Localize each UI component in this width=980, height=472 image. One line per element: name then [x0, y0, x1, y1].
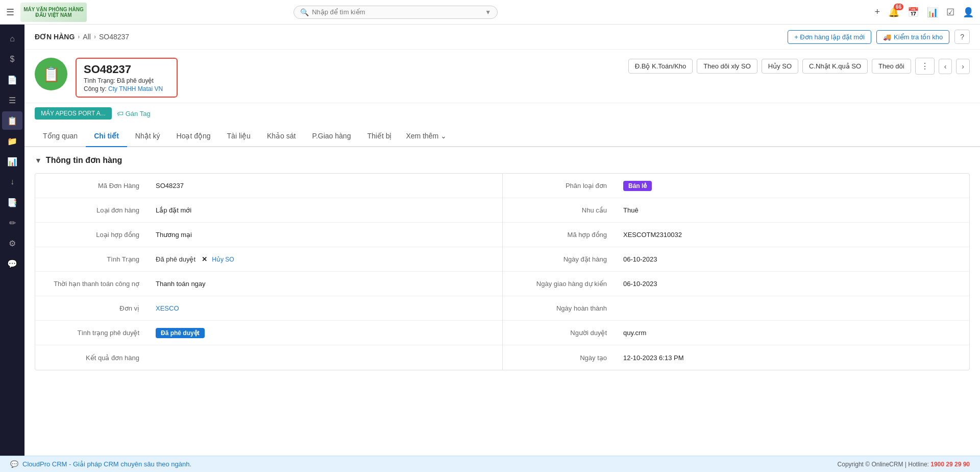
tab-tong-quan[interactable]: Tổng quan: [35, 126, 86, 147]
x-icon: ✕: [202, 255, 207, 263]
chat-icon: 💬: [10, 460, 18, 468]
user-icon[interactable]: 👤: [963, 7, 974, 18]
sidebar-item-download[interactable]: ↓: [2, 173, 22, 191]
tab-nhat-ky[interactable]: Nhật ký: [127, 126, 168, 147]
tab-hoat-dong[interactable]: Hoạt động: [168, 126, 219, 147]
search-input[interactable]: [312, 8, 482, 16]
add-tag-link[interactable]: 🏷 Gán Tag: [117, 110, 151, 117]
approval-status-badge: Đã phê duyệt: [156, 328, 205, 338]
form-col-left: Mã Đơn Hàng SO48237 Loại đơn hàng Lắp đặ…: [35, 174, 502, 370]
form-row-ngay-hoan-thanh: Ngày hoàn thành: [503, 296, 969, 321]
form-row-tinh-trang-phe-duyet: Tình trạng phê duyệt Đã phê duyệt: [35, 321, 502, 345]
tab-xem-them[interactable]: Xem thêm ⌄: [400, 126, 453, 146]
sidebar-item-list[interactable]: ☰: [2, 91, 22, 109]
don-vi-link[interactable]: XESCO: [156, 304, 179, 312]
logo-area: MÁY VĂN PHÒNG HÀNG ĐẦU VIỆT NAM: [20, 3, 102, 22]
check-stock-button[interactable]: 🚚 Kiểm tra tồn kho: [876, 30, 949, 44]
company-link[interactable]: Cty TNHH Matai VN: [108, 85, 163, 92]
search-bar[interactable]: 🔍 ▼: [293, 6, 498, 19]
form-row-ngay-dat-hang: Ngày đặt hàng 06-10-2023: [503, 247, 969, 272]
record-left: 📋 SO48237 Tình Trạng: Đã phê duyệt Công …: [35, 58, 178, 98]
form-row-tinh-trang: Tình Trạng Đã phê duyệt ✕ Hủy SO: [35, 247, 502, 272]
new-order-button[interactable]: + Đơn hàng lập đặt mới: [788, 30, 871, 44]
sidebar-item-chat[interactable]: 💬: [2, 254, 22, 273]
analytics-icon[interactable]: 📊: [927, 7, 938, 18]
record-id: SO48237: [84, 63, 169, 76]
breadcrumb: ĐƠN HÀNG › All › SO48237: [35, 33, 129, 41]
form-row-phan-loai: Phân loại đơn Bán lẻ: [503, 174, 969, 198]
help-button[interactable]: ?: [954, 30, 970, 44]
theo-doi-button[interactable]: Theo dõi: [872, 59, 911, 74]
hamburger-menu[interactable]: ☰: [6, 7, 14, 18]
breadcrumb-bar: ĐƠN HÀNG › All › SO48237 + Đơn hàng lập …: [24, 25, 980, 50]
avatar-icon: 📋: [42, 66, 60, 83]
tab-khao-sat[interactable]: Khảo sát: [259, 126, 304, 147]
search-icon: 🔍: [300, 8, 309, 16]
sidebar-item-edit[interactable]: ✏: [2, 214, 22, 232]
form-row-ngay-tao: Ngày tạo 12-10-2023 6:13 PM: [503, 345, 969, 370]
top-navbar: ☰ MÁY VĂN PHÒNG HÀNG ĐẦU VIỆT NAM 🔍 ▼ + …: [0, 0, 980, 25]
form-row-ngay-giao-hang: Ngày giao hàng dự kiến 06-10-2023: [503, 272, 969, 296]
calendar-icon[interactable]: 📅: [908, 7, 919, 18]
sidebar-item-dollar[interactable]: $: [2, 50, 22, 68]
section-title: ▼ Thông tin đơn hàng: [35, 155, 970, 165]
prev-button[interactable]: ‹: [939, 59, 952, 74]
sidebar-item-gear[interactable]: ⚙: [2, 234, 22, 252]
record-company: Công ty: Cty TNHH Matai VN: [84, 85, 169, 92]
tab-tai-lieu[interactable]: Tài liệu: [219, 126, 259, 147]
tab-pgiao-hang[interactable]: P.Giao hàng: [304, 126, 359, 147]
more-options-button[interactable]: ⋮: [915, 58, 935, 75]
form-row-nhu-cau: Nhu cầu Thuê: [503, 198, 969, 223]
sidebar-item-report[interactable]: 📑: [2, 193, 22, 211]
sidebar-item-chart[interactable]: 📊: [2, 152, 22, 171]
product-tag-button[interactable]: MÁY APEOS PORT A...: [35, 107, 112, 120]
sidebar-item-order[interactable]: 📋: [2, 111, 22, 130]
chevron-down-icon: ⌄: [440, 132, 447, 140]
copyright-text: Copyright © OnlineCRM | Hotline: 1900 29…: [838, 461, 970, 468]
form-grid: Mã Đơn Hàng SO48237 Loại đơn hàng Lắp đặ…: [35, 173, 970, 370]
record-actions: Đ.Bộ K.Toán/Kho Theo dõi xly SO Hủy SO C…: [628, 58, 970, 75]
cap-nhat-button[interactable]: C.Nhật K.quả SO: [802, 59, 868, 74]
tab-chi-tiet[interactable]: Chi tiết: [86, 126, 127, 147]
form-row-don-vi: Đơn vị XESCO: [35, 296, 502, 321]
form-row-loai-don-hang: Loại đơn hàng Lắp đặt mới: [35, 198, 502, 223]
tabs-bar: Tổng quan Chi tiết Nhật ký Hoạt động Tài…: [24, 126, 980, 147]
notification-badge: 66: [894, 4, 903, 10]
breadcrumb-all[interactable]: All: [83, 33, 91, 41]
record-info-box: SO48237 Tình Trạng: Đã phê duyệt Công ty…: [76, 58, 178, 98]
record-status: Tình Trạng: Đã phê duyệt: [84, 77, 169, 84]
breadcrumb-root[interactable]: ĐƠN HÀNG: [35, 33, 75, 41]
hotline-number: 1900 29 29 90: [930, 461, 970, 468]
checkbox-icon[interactable]: ☑: [946, 7, 954, 18]
form-row-thoi-han: Thời hạn thanh toán công nợ Thanh toán n…: [35, 272, 502, 296]
notification-icon[interactable]: 🔔 66: [888, 7, 899, 18]
section-toggle-icon[interactable]: ▼: [35, 156, 42, 164]
next-button[interactable]: ›: [956, 59, 970, 74]
truck-icon: 🚚: [883, 33, 891, 41]
search-dropdown-icon[interactable]: ▼: [485, 9, 491, 16]
add-icon[interactable]: +: [874, 7, 880, 17]
tag-icon: 🏷: [117, 110, 124, 117]
huy-so-inline[interactable]: Hủy SO: [212, 256, 234, 263]
form-row-ma-don-hang: Mã Đơn Hàng SO48237: [35, 174, 502, 198]
dbo-button[interactable]: Đ.Bộ K.Toán/Kho: [628, 59, 693, 74]
left-sidebar: ⌂ $ 📄 ☰ 📋 📁 📊 ↓ 📑 ✏ ⚙ 💬: [0, 25, 24, 472]
tab-thiet-bi[interactable]: Thiết bị: [359, 126, 400, 147]
theo-doi-xly-button[interactable]: Theo dõi xly SO: [697, 59, 757, 74]
form-col-right: Phân loại đơn Bán lẻ Nhu cầu Thuê Mã hợp…: [502, 174, 969, 370]
sidebar-item-file[interactable]: 📁: [2, 132, 22, 150]
nav-actions: + 🔔 66 📅 📊 ☑ 👤: [874, 7, 974, 18]
breadcrumb-actions: + Đơn hàng lập đặt mới 🚚 Kiểm tra tồn kh…: [788, 30, 970, 44]
order-info-section: ▼ Thông tin đơn hàng Mã Đơn Hàng SO48237…: [24, 147, 980, 379]
breadcrumb-sep2: ›: [94, 33, 96, 40]
main-content: ĐƠN HÀNG › All › SO48237 + Đơn hàng lập …: [24, 25, 980, 472]
breadcrumb-current: SO48237: [99, 33, 129, 41]
chat-button[interactable]: 💬 CloudPro CRM - Giải pháp CRM chuyên sâ…: [10, 460, 191, 468]
sidebar-item-home[interactable]: ⌂: [2, 30, 22, 48]
sidebar-item-document[interactable]: 📄: [2, 70, 22, 89]
form-row-ma-hop-dong: Mã hợp đồng XESCOTM2310032: [503, 223, 969, 247]
form-row-ket-qua: Kết quả đơn hàng: [35, 345, 502, 370]
record-header: 📋 SO48237 Tình Trạng: Đã phê duyệt Công …: [24, 50, 980, 103]
huy-so-button[interactable]: Hủy SO: [762, 59, 798, 74]
bottom-bar: 💬 CloudPro CRM - Giải pháp CRM chuyên sâ…: [0, 456, 980, 472]
